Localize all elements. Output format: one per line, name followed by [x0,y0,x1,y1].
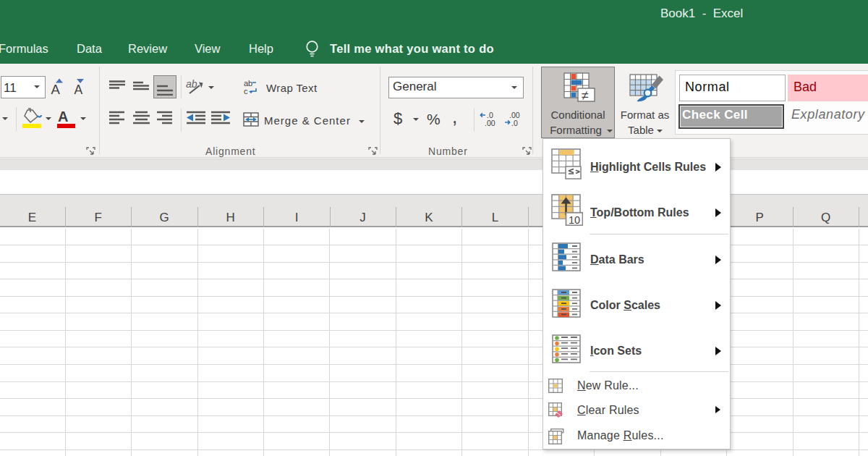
svg-text:10: 10 [569,214,580,226]
svg-text:.00: .00 [485,119,495,127]
svg-text:A: A [58,109,68,124]
svg-text:c: c [244,87,248,96]
svg-text:A: A [51,82,61,97]
svg-text:.0: .0 [511,119,518,127]
svg-text:≠: ≠ [582,88,589,103]
svg-text:A: A [75,83,83,97]
